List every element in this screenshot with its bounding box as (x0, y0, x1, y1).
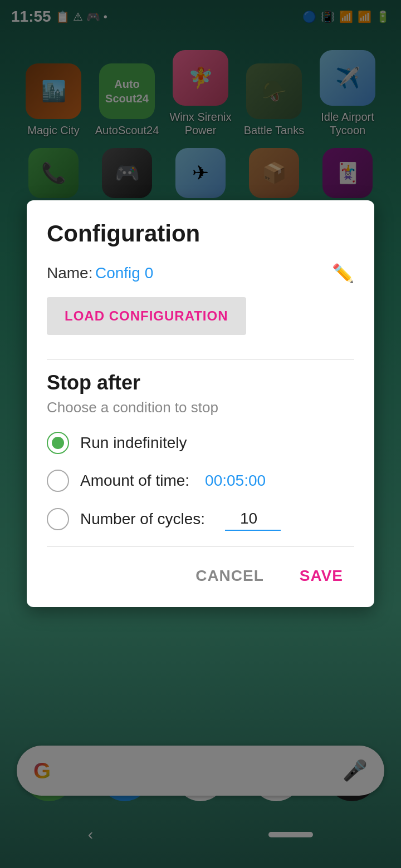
stop-after-title: Stop after (47, 371, 354, 394)
radio-value-time: 00:05:00 (205, 472, 266, 490)
radio-label-time: Amount of time: (80, 472, 189, 490)
cancel-button[interactable]: CANCEL (184, 560, 275, 591)
radio-run-indefinitely[interactable]: Run indefinitely (47, 432, 354, 454)
radio-label-indefinitely: Run indefinitely (80, 434, 187, 452)
name-label: Name: (47, 264, 92, 282)
radio-dot-indefinitely (52, 437, 64, 449)
divider-2 (47, 546, 354, 547)
radio-circle-time (47, 470, 69, 492)
load-configuration-button[interactable]: LOAD CONFIGURATION (47, 297, 246, 335)
radio-amount-of-time[interactable]: Amount of time: 00:05:00 (47, 470, 354, 492)
edit-icon[interactable]: ✏️ (332, 263, 354, 284)
configuration-dialog: Configuration Name: Config 0 ✏️ LOAD CON… (27, 200, 374, 607)
radio-number-of-cycles[interactable]: Number of cycles: (47, 507, 354, 531)
radio-label-cycles: Number of cycles: (80, 510, 205, 528)
divider-1 (47, 359, 354, 360)
save-button[interactable]: SAVE (288, 560, 354, 591)
name-value: Config 0 (95, 264, 153, 282)
stop-after-subtitle: Choose a condition to stop (47, 399, 354, 416)
radio-circle-cycles (47, 508, 69, 530)
dialog-actions: CANCEL SAVE (47, 560, 354, 591)
dialog-title: Configuration (47, 220, 354, 247)
cycles-input[interactable] (225, 507, 281, 531)
name-row: Name: Config 0 ✏️ (47, 263, 354, 284)
radio-circle-indefinitely (47, 432, 69, 454)
name-field: Name: Config 0 (47, 264, 153, 282)
